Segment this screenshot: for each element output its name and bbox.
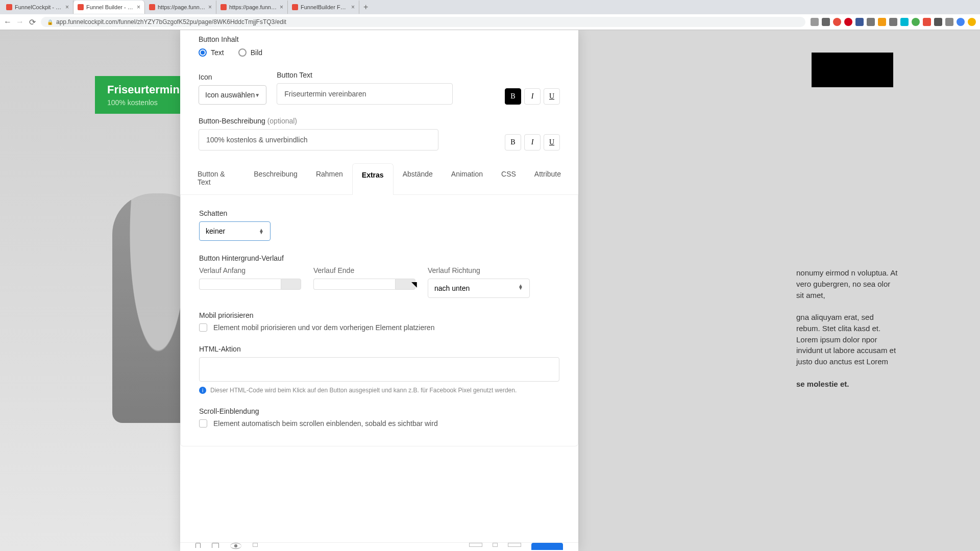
info-icon: i: [199, 387, 206, 394]
ext-icon[interactable]: [912, 18, 920, 26]
grad-dir-label: Verlauf Richtung: [428, 266, 530, 274]
extensions: [811, 18, 976, 26]
settings-modal: Button Inhalt Text Bild Icon Icon auswäh…: [180, 30, 578, 551]
radio-text[interactable]: Text: [199, 48, 224, 57]
modal-footer: [180, 542, 578, 551]
browser-tabs: FunnelCockpit - Splittests, Ma× Funnel B…: [0, 0, 980, 14]
grad-end-input[interactable]: [313, 279, 415, 290]
browser-chrome: FunnelCockpit - Splittests, Ma× Funnel B…: [0, 0, 980, 30]
new-tab-button[interactable]: +: [359, 3, 372, 12]
mobil-checkbox[interactable]: [199, 323, 207, 332]
tab-abstaende[interactable]: Abstände: [394, 163, 442, 194]
updown-icon: ▲▼: [259, 229, 264, 234]
close-icon[interactable]: ×: [280, 4, 283, 11]
radio-bild[interactable]: Bild: [238, 48, 262, 57]
color-swatch[interactable]: [281, 279, 301, 290]
tab-css[interactable]: CSS: [492, 163, 525, 194]
grad-start-input[interactable]: [199, 279, 301, 290]
ext-icon[interactable]: [867, 18, 875, 26]
square-icon[interactable]: [253, 543, 258, 547]
forward-icon[interactable]: →: [16, 18, 23, 26]
background-video: [812, 53, 893, 87]
browser-tab[interactable]: https://page.funnelcockpit.co×: [216, 1, 288, 14]
ext-icon[interactable]: [900, 18, 909, 26]
browser-tab[interactable]: FunnelCockpit - Splittests, Ma×: [2, 1, 74, 14]
close-icon[interactable]: ×: [351, 4, 355, 11]
url-input[interactable]: 🔒app.funnelcockpit.com/funnel/zhYZY7bGzg…: [41, 17, 805, 27]
gradient-label: Button Hintergrund-Verlauf: [199, 254, 559, 262]
mobile-icon[interactable]: [195, 543, 201, 548]
mobil-label: Mobil priorisieren: [199, 311, 559, 319]
tab-extras[interactable]: Extras: [352, 163, 394, 195]
scroll-checkbox[interactable]: [199, 419, 207, 428]
html-action-input[interactable]: [199, 357, 559, 382]
back-icon[interactable]: ←: [4, 18, 11, 26]
chevron-down-icon: ▼: [255, 92, 260, 98]
description-input[interactable]: [199, 129, 438, 151]
underline-button[interactable]: U: [544, 88, 560, 105]
preview-icon[interactable]: [230, 543, 241, 549]
button-text-label: Button Text: [277, 71, 495, 79]
grad-dir-select[interactable]: nach unten ▲▼: [428, 279, 530, 298]
scroll-check-label: Element automatisch beim scrollen einble…: [213, 419, 438, 428]
tab-attribute[interactable]: Attribute: [525, 163, 570, 194]
tablet-icon[interactable]: [212, 543, 219, 548]
schatten-label: Schatten: [199, 209, 559, 217]
save-button[interactable]: [531, 543, 563, 550]
ext-icon[interactable]: [945, 18, 953, 26]
tab-button-text[interactable]: Button & Text: [188, 163, 244, 194]
reload-icon[interactable]: ⟳: [29, 18, 36, 26]
scroll-label: Scroll-Einblendung: [199, 407, 559, 415]
mobil-check-label: Element mobil priorisieren und vor dem v…: [213, 323, 434, 332]
ext-icon[interactable]: [811, 18, 819, 26]
underline-button[interactable]: U: [544, 134, 560, 151]
ext-icon[interactable]: [968, 18, 976, 26]
italic-button[interactable]: I: [524, 88, 541, 105]
tab-beschreibung[interactable]: Beschreibung: [244, 163, 307, 194]
browser-tab[interactable]: Funnel Builder - FunnelCockpit×: [74, 1, 145, 14]
radio-icon: [238, 48, 247, 57]
square-icon[interactable]: [493, 543, 498, 547]
ext-icon[interactable]: [878, 18, 886, 26]
grad-end-label: Verlauf Ende: [313, 266, 415, 274]
browser-tab[interactable]: FunnelBuilder Funktionen & Ei×: [288, 1, 359, 14]
description-label: Button-Beschreibung (optional): [199, 117, 495, 125]
italic-button[interactable]: I: [524, 134, 541, 151]
close-icon[interactable]: ×: [137, 4, 140, 11]
schatten-select[interactable]: keiner ▲▼: [199, 221, 271, 241]
button-inhalt-label: Button Inhalt: [199, 35, 560, 43]
tab-animation[interactable]: Animation: [442, 163, 492, 194]
html-action-label: HTML-Aktion: [199, 345, 559, 353]
lock-icon: 🔒: [47, 19, 53, 25]
background-text: nonumy eirmod n voluptua. At vero guberg…: [796, 267, 898, 389]
ext-icon[interactable]: [822, 18, 830, 26]
icon-select[interactable]: Icon auswählen▼: [199, 85, 266, 105]
ext-icon[interactable]: [957, 18, 965, 26]
radio-icon: [199, 48, 207, 57]
ext-icon[interactable]: [934, 18, 942, 26]
ext-icon[interactable]: [844, 18, 852, 26]
icon-label: Icon: [199, 73, 266, 81]
ext-icon[interactable]: [889, 18, 897, 26]
close-icon[interactable]: ×: [65, 4, 69, 11]
bold-button[interactable]: B: [505, 134, 521, 151]
updown-icon: ▲▼: [518, 284, 523, 292]
browser-tab[interactable]: https://page.funnelcockpit.co×: [145, 1, 216, 14]
settings-tabs: Button & Text Beschreibung Rahmen Extras…: [180, 163, 578, 195]
grad-start-label: Verlauf Anfang: [199, 266, 301, 274]
ext-icon[interactable]: [923, 18, 931, 26]
bold-button[interactable]: B: [505, 88, 521, 105]
square-icon[interactable]: [469, 543, 482, 547]
close-icon[interactable]: ×: [208, 4, 212, 11]
cursor-icon: ◥: [411, 280, 417, 288]
button-text-input[interactable]: [277, 83, 453, 105]
square-icon[interactable]: [508, 543, 521, 547]
ext-icon[interactable]: [855, 18, 864, 26]
address-bar: ← → ⟳ 🔒app.funnelcockpit.com/funnel/zhYZ…: [0, 14, 980, 30]
ext-icon[interactable]: [833, 18, 841, 26]
html-info-text: Dieser HTML-Code wird beim Klick auf den…: [210, 387, 517, 394]
tab-rahmen[interactable]: Rahmen: [307, 163, 352, 194]
